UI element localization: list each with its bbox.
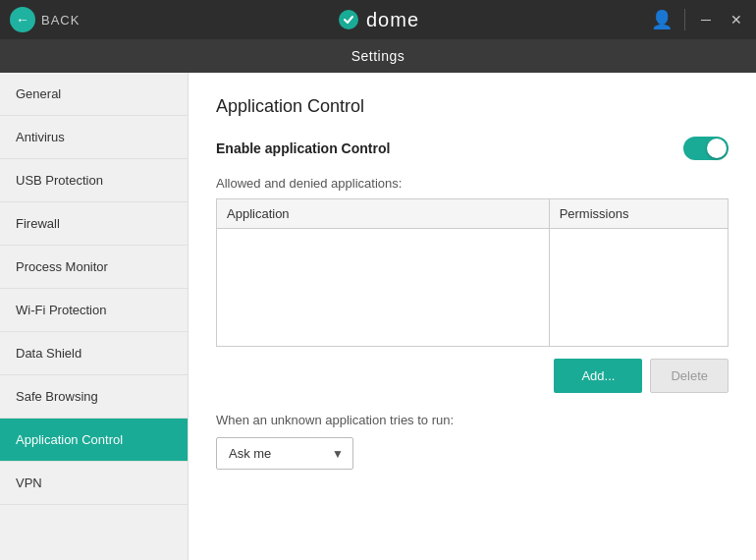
- settings-header: Settings: [0, 39, 756, 73]
- back-button[interactable]: ← BACK: [10, 7, 80, 32]
- enable-toggle-row: Enable application Control: [216, 137, 729, 160]
- delete-button: Delete: [650, 359, 729, 393]
- sidebar-item-general[interactable]: General: [0, 73, 188, 116]
- enable-label: Enable application Control: [216, 140, 390, 156]
- logo-icon: [337, 8, 360, 31]
- window-controls: 👤 ─ ✕: [651, 9, 746, 30]
- unknown-app-label: When an unknown application tries to run…: [216, 413, 729, 427]
- sidebar-item-application-control[interactable]: Application Control: [0, 419, 188, 462]
- main-layout: General Antivirus USB Protection Firewal…: [0, 73, 756, 560]
- col-application: Application: [217, 199, 550, 229]
- allowed-denied-label: Allowed and denied applications:: [216, 176, 729, 191]
- svg-point-0: [339, 10, 358, 29]
- page-title: Application Control: [216, 96, 729, 117]
- add-button[interactable]: Add...: [554, 359, 642, 393]
- sidebar-item-usb-protection[interactable]: USB Protection: [0, 159, 188, 202]
- sidebar: General Antivirus USB Protection Firewal…: [0, 73, 189, 560]
- app-logo: dome: [337, 8, 419, 31]
- applications-table: Application Permissions: [216, 198, 729, 347]
- logo-text: dome: [366, 9, 419, 31]
- sidebar-item-vpn[interactable]: VPN: [0, 462, 188, 505]
- table-cell-perm: [549, 229, 728, 347]
- unknown-app-dropdown[interactable]: Ask me Allow Block: [216, 437, 353, 470]
- sidebar-item-data-shield[interactable]: Data Shield: [0, 332, 188, 375]
- sidebar-item-safe-browsing[interactable]: Safe Browsing: [0, 375, 188, 419]
- close-button[interactable]: ✕: [727, 10, 746, 29]
- settings-title: Settings: [351, 48, 405, 64]
- content-area: Application Control Enable application C…: [189, 73, 756, 560]
- sidebar-item-wifi-protection[interactable]: Wi-Fi Protection: [0, 289, 188, 332]
- enable-toggle[interactable]: [683, 137, 729, 160]
- col-permissions: Permissions: [549, 199, 728, 229]
- minimize-button[interactable]: ─: [697, 10, 715, 29]
- back-label: BACK: [41, 13, 80, 28]
- user-icon[interactable]: 👤: [651, 9, 673, 30]
- table-empty-row: [217, 229, 729, 347]
- title-bar: ← BACK dome 👤 ─ ✕: [0, 0, 756, 39]
- back-icon: ←: [10, 7, 35, 32]
- sidebar-item-process-monitor[interactable]: Process Monitor: [0, 246, 188, 289]
- separator: [684, 9, 685, 30]
- table-buttons: Add... Delete: [216, 359, 729, 393]
- sidebar-item-antivirus[interactable]: Antivirus: [0, 116, 188, 159]
- sidebar-item-firewall[interactable]: Firewall: [0, 202, 188, 246]
- table-cell-app: [217, 229, 550, 347]
- unknown-app-dropdown-container: Ask me Allow Block ▼: [216, 437, 353, 470]
